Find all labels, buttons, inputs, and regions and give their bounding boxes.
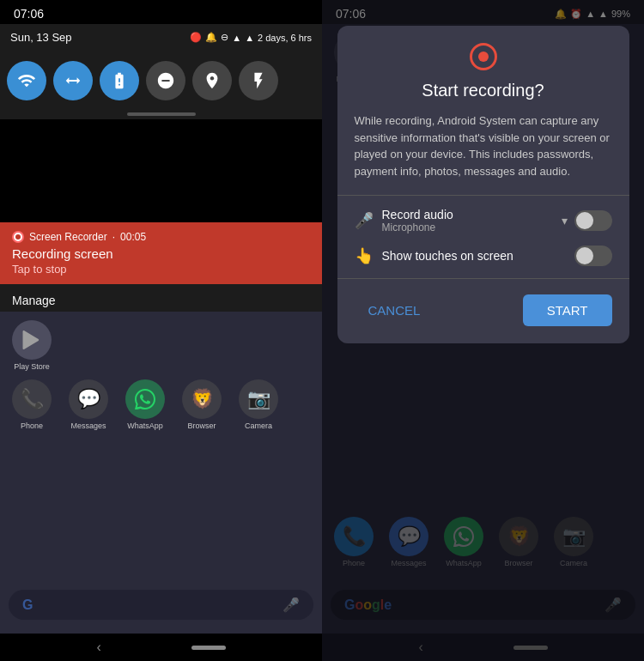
record-audio-left: 🎤 Record audio Microphone [355, 208, 453, 233]
record-audio-toggle[interactable] [574, 210, 612, 231]
show-touches-toggle[interactable] [574, 246, 612, 266]
phone-app-left[interactable]: 📞 Phone [9, 379, 55, 430]
whatsapp-label-left: WhatsApp [127, 421, 163, 430]
record-audio-text: Record audio Microphone [382, 208, 453, 233]
microphone-icon: 🎤 [355, 211, 374, 230]
dropdown-arrow-icon[interactable]: ▾ [562, 214, 568, 227]
home-button-left[interactable] [191, 646, 226, 650]
play-store-icon-left [12, 320, 52, 360]
phone-label-left: Phone [21, 421, 43, 430]
app-row-1-left: Play Store [9, 320, 313, 371]
time-left: 07:06 [14, 7, 44, 21]
battery-label: 2 days, 6 hrs [258, 33, 312, 43]
camera-app-left[interactable]: 📷 Camera [235, 379, 282, 430]
volume-icon: 🔔 [205, 32, 217, 43]
rec-dot-icon [12, 231, 24, 243]
show-touches-text: Show touches on screen [382, 249, 513, 263]
play-store-label-left: Play Store [14, 362, 50, 371]
dialog-overlay: Start recording? While recording, Androi… [322, 0, 644, 661]
messages-label-left: Messages [70, 421, 106, 430]
qs-wifi[interactable] [7, 61, 46, 100]
phone-icon-left: 📞 [12, 379, 52, 419]
browser-icon-left: 🦁 [182, 379, 222, 419]
google-mic-icon-left: 🎤 [283, 597, 300, 613]
whatsapp-app-left[interactable]: WhatsApp [122, 379, 168, 430]
left-panel: 07:06 Sun, 13 Sep 🔴 🔔 ⊖ ▲ ▲ 2 days, 6 hr… [0, 0, 322, 661]
notification-bar: Sun, 13 Sep 🔴 🔔 ⊖ ▲ ▲ 2 days, 6 hrs [0, 24, 322, 58]
google-search-bar-left[interactable]: G 🎤 [9, 590, 313, 620]
qs-flashlight[interactable] [239, 61, 278, 100]
microphone-sublabel: Microphone [382, 221, 453, 233]
record-audio-label: Record audio [382, 208, 453, 221]
show-touches-label: Show touches on screen [382, 249, 513, 263]
play-store-app-left[interactable]: Play Store [9, 320, 55, 371]
app-row-2-left: 📞 Phone 💬 Messages WhatsApp 🦁 Browser 📷 … [9, 379, 313, 430]
dialog-divider-1 [337, 195, 629, 196]
cancel-button[interactable]: Cancel [355, 296, 434, 324]
browser-label-left: Browser [187, 421, 216, 430]
start-recording-dialog: Start recording? While recording, Androi… [337, 26, 629, 343]
wifi-icon-small: ▲ [232, 33, 241, 43]
camera-label-left: Camera [245, 421, 272, 430]
home-screen-left: Play Store 📞 Phone 💬 Messages WhatsApp 🦁… [0, 312, 322, 634]
notif-status-icons: 🔴 🔔 ⊖ ▲ ▲ 2 days, 6 hrs [190, 32, 312, 43]
back-button-left[interactable]: ‹ [96, 640, 100, 655]
qs-dnd[interactable] [146, 61, 185, 100]
qs-location[interactable] [192, 61, 232, 100]
screen-rec-app-name: Screen Recorder [29, 231, 107, 243]
qs-data[interactable] [53, 61, 93, 100]
show-touches-left: 👆 Show touches on screen [355, 246, 513, 265]
dialog-actions: Cancel Start [355, 291, 612, 326]
dialog-divider-2 [337, 278, 629, 279]
record-audio-right: ▾ [562, 210, 612, 231]
manage-label: Manage [12, 294, 56, 307]
progress-pill [127, 112, 196, 116]
dialog-title: Start recording? [355, 81, 612, 100]
nav-bar-left: ‹ [0, 634, 322, 661]
notif-date: Sun, 13 Sep [10, 31, 72, 44]
quick-settings [0, 58, 322, 107]
dialog-icon-row [355, 43, 612, 70]
qs-battery-saver[interactable] [100, 61, 139, 100]
right-panel: 07:06 🔔 ⏰ ▲ ▲ 99% Play Store 📞 Pho [322, 0, 644, 661]
manage-section: Manage [0, 284, 322, 312]
screen-rec-separator: · [112, 231, 115, 243]
messages-icon-left: 💬 [69, 379, 108, 419]
toggle-knob-audio [576, 212, 593, 229]
google-logo-left: G [22, 597, 33, 613]
dialog-rec-inner [478, 52, 489, 62]
screen-rec-title-text: Recording screen [12, 246, 310, 261]
start-button[interactable]: Start [523, 294, 612, 326]
dialog-rec-icon [470, 43, 497, 70]
screen-preview-black [0, 119, 322, 222]
screen-rec-subtitle: Tap to stop [12, 263, 310, 276]
show-touches-option: 👆 Show touches on screen [355, 246, 612, 266]
camera-icon-left: 📷 [239, 379, 278, 419]
messages-app-left[interactable]: 💬 Messages [65, 379, 112, 430]
dialog-body: While recording, Android System can capt… [355, 112, 612, 179]
progress-bar-area [0, 107, 322, 119]
signal-icon: ▲ [245, 33, 254, 43]
dnd-icon: ⊖ [221, 32, 228, 43]
rec-icon: 🔴 [190, 32, 202, 43]
browser-app-left[interactable]: 🦁 Browser [179, 379, 225, 430]
whatsapp-icon-left [125, 379, 165, 419]
screen-rec-time: 00:05 [120, 231, 146, 243]
status-bar-left: 07:06 [0, 0, 322, 24]
screen-recorder-notification[interactable]: Screen Recorder · 00:05 Recording screen… [0, 222, 322, 284]
show-touches-right [574, 246, 612, 266]
toggle-knob-touches [576, 247, 593, 264]
record-audio-option: 🎤 Record audio Microphone ▾ [355, 208, 612, 233]
touch-icon: 👆 [355, 246, 374, 265]
